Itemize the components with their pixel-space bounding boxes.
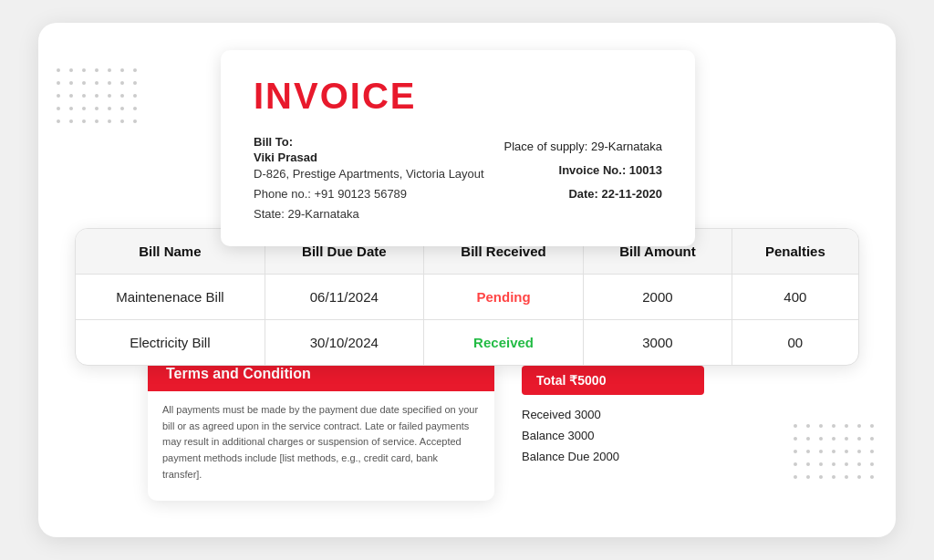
dot — [870, 462, 874, 466]
dot — [108, 81, 111, 85]
dot — [108, 94, 111, 98]
bottom-section: Terms and Condition All payments must be… — [75, 357, 859, 501]
dot — [69, 107, 73, 110]
bill-to-details: D-826, Prestige Apartments, Victoria Lay… — [254, 164, 484, 224]
table-card: Bill Name Bill Due Date Bill Received Bi… — [75, 228, 859, 366]
dot — [95, 107, 99, 110]
cell-due-date: 06/11/2024 — [265, 275, 423, 320]
dot — [82, 81, 86, 85]
dot — [95, 68, 99, 72]
dot — [57, 68, 60, 72]
dot — [95, 94, 99, 98]
dot — [95, 81, 99, 85]
invoice-right: Place of supply: 29-Karnataka Invoice No… — [504, 135, 662, 224]
dot-grid-top-left — [57, 68, 140, 127]
total-bar: Total ₹5000 — [522, 366, 704, 395]
dot — [120, 94, 124, 98]
dot — [133, 68, 137, 72]
dot — [82, 68, 86, 72]
dot — [120, 68, 124, 72]
invoice-number: Invoice No.: 10013 — [504, 159, 662, 182]
invoice-date: Date: 22-11-2020 — [504, 182, 662, 206]
bill-to-name: Viki Prasad — [254, 150, 484, 164]
bill-to-phone: Phone no.: +91 90123 56789 — [254, 184, 484, 204]
dot — [108, 119, 111, 123]
cell-bill-name: Electricity Bill — [76, 320, 265, 366]
cell-bill-name: Maintenenace Bill — [76, 275, 265, 320]
invoice-no-value: Invoice No.: 10013 — [559, 163, 662, 177]
dot — [120, 81, 124, 85]
dot — [120, 107, 124, 110]
dot — [133, 107, 137, 110]
cell-received-status: Pending — [423, 275, 583, 320]
dot — [82, 119, 86, 123]
dot — [870, 450, 874, 453]
summary-section: Total ₹5000 Received 3000Balance 3000Bal… — [522, 357, 704, 501]
dot — [120, 119, 124, 123]
dot — [82, 107, 86, 110]
invoice-date-value: Date: 22-11-2020 — [568, 187, 662, 201]
invoice-title: INVOICE — [254, 76, 662, 117]
bill-to-label: Bill To: — [254, 135, 484, 149]
dot — [69, 119, 73, 123]
dot — [57, 119, 60, 123]
cell-amount: 2000 — [584, 275, 732, 320]
cell-received-status: Received — [423, 320, 583, 366]
dot — [133, 94, 137, 98]
dot — [82, 94, 86, 98]
invoice-card: INVOICE Bill To: Viki Prasad D-826, Pres… — [221, 50, 695, 246]
summary-row: Balance 3000 — [522, 429, 704, 442]
dot — [69, 81, 73, 85]
table-row: Maintenenace Bill 06/11/2024 Pending 200… — [76, 275, 858, 320]
cell-due-date: 30/10/2024 — [265, 320, 423, 366]
dot — [108, 107, 111, 110]
dot — [133, 81, 137, 85]
dot — [57, 107, 60, 110]
status-badge: Received — [473, 335, 534, 350]
dot — [57, 81, 60, 85]
status-badge: Pending — [476, 289, 530, 305]
dot — [870, 437, 874, 441]
bill-to-section: Bill To: Viki Prasad D-826, Prestige Apa… — [254, 135, 484, 224]
dot — [108, 68, 111, 72]
dot — [69, 68, 73, 72]
dot — [870, 424, 874, 428]
terms-card: Terms and Condition All payments must be… — [148, 357, 494, 501]
summary-row: Received 3000 — [522, 408, 704, 421]
dot — [133, 119, 137, 123]
col-header-penalties: Penalties — [732, 229, 858, 275]
cell-amount: 3000 — [584, 320, 732, 366]
table-row: Electricity Bill 30/10/2024 Received 300… — [76, 320, 858, 366]
terms-text: All payments must be made by the payment… — [148, 402, 494, 482]
dot — [57, 94, 60, 98]
dot — [870, 475, 874, 479]
bill-table: Bill Name Bill Due Date Bill Received Bi… — [76, 229, 858, 365]
bill-to-address: D-826, Prestige Apartments, Victoria Lay… — [254, 164, 484, 184]
dot — [69, 94, 73, 98]
bill-to-state: State: 29-Karnataka — [254, 204, 484, 224]
summary-row: Balance Due 2000 — [522, 450, 704, 463]
invoice-body: Bill To: Viki Prasad D-826, Prestige Apa… — [254, 135, 662, 224]
place-of-supply: Place of supply: 29-Karnataka — [504, 135, 662, 159]
cell-penalties: 400 — [732, 275, 858, 320]
dot — [95, 119, 99, 123]
outer-container: INVOICE Bill To: Viki Prasad D-826, Pres… — [38, 23, 896, 537]
cell-penalties: 00 — [732, 320, 858, 366]
